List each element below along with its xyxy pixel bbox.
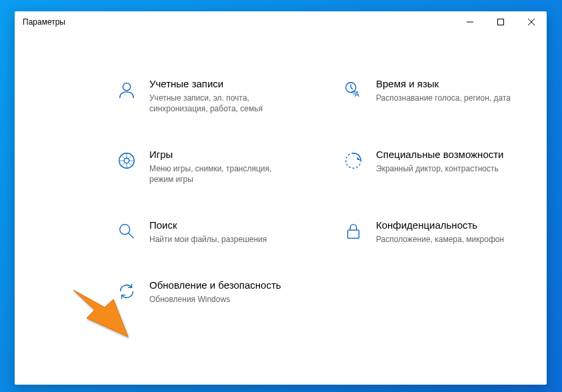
tile-title: Поиск bbox=[149, 219, 267, 232]
update-security-icon bbox=[116, 281, 137, 302]
tile-text: Учетные записи Учетные записи, эл. почта… bbox=[149, 78, 289, 114]
settings-content: Учетные записи Учетные записи, эл. почта… bbox=[15, 51, 547, 385]
svg-rect-0 bbox=[498, 19, 504, 25]
maximize-button[interactable] bbox=[485, 11, 516, 33]
minimize-icon bbox=[467, 19, 473, 25]
minimize-button[interactable] bbox=[455, 11, 485, 33]
tile-title: Учетные записи bbox=[149, 78, 289, 91]
tile-time-language[interactable]: A字 Время и язык Распознавание голоса, ре… bbox=[343, 78, 516, 114]
svg-text:字: 字 bbox=[351, 90, 357, 96]
tile-text: Время и язык Распознавание голоса, регио… bbox=[376, 78, 511, 103]
tile-desc: Распознавание голоса, регион, дата bbox=[376, 93, 511, 103]
time-language-icon: A字 bbox=[343, 79, 364, 101]
svg-point-1 bbox=[123, 83, 130, 91]
tile-title: Игры bbox=[149, 149, 289, 161]
tile-desc: Экранный диктор, контрастность bbox=[376, 163, 504, 174]
tile-update-security[interactable]: Обновление и безопасность Обновления Win… bbox=[116, 279, 289, 305]
tile-ease-of-access[interactable]: Специальные возможности Экранный диктор,… bbox=[343, 149, 516, 185]
tile-title: Специальные возможности bbox=[376, 149, 504, 161]
svg-point-7 bbox=[120, 225, 130, 235]
tile-text: Поиск Найти мои файлы, разрешения bbox=[149, 219, 267, 245]
ease-of-access-icon bbox=[343, 150, 364, 171]
tile-desc: Меню игры, снимки, трансляция, режим игр… bbox=[149, 163, 289, 185]
svg-rect-8 bbox=[348, 230, 359, 238]
settings-grid: Учетные записи Учетные записи, эл. почта… bbox=[116, 78, 562, 305]
titlebar: Параметры bbox=[15, 11, 547, 33]
tile-text: Специальные возможности Экранный диктор,… bbox=[376, 149, 504, 174]
tile-search[interactable]: Поиск Найти мои файлы, разрешения bbox=[116, 219, 289, 245]
tile-accounts[interactable]: Учетные записи Учетные записи, эл. почта… bbox=[116, 78, 289, 114]
tile-desc: Обновления Windows bbox=[149, 294, 281, 305]
tile-text: Игры Меню игры, снимки, трансляция, режи… bbox=[149, 149, 289, 185]
search-icon bbox=[116, 221, 137, 242]
window-controls bbox=[455, 11, 547, 33]
tile-desc: Расположение, камера, микрофон bbox=[376, 234, 504, 245]
tile-text: Обновление и безопасность Обновления Win… bbox=[149, 279, 281, 305]
tile-desc: Учетные записи, эл. почта, синхронизация… bbox=[149, 93, 289, 114]
privacy-icon bbox=[343, 221, 364, 242]
maximize-icon bbox=[497, 19, 504, 25]
accounts-icon bbox=[116, 79, 137, 101]
tile-gaming[interactable]: Игры Меню игры, снимки, трансляция, режи… bbox=[116, 149, 289, 185]
settings-window: Параметры Учетные записи Учетные записи,… bbox=[15, 11, 547, 385]
tile-desc: Найти мои файлы, разрешения bbox=[149, 234, 267, 245]
tile-title: Обновление и безопасность bbox=[149, 279, 281, 292]
window-title: Параметры bbox=[23, 17, 65, 27]
gaming-icon bbox=[116, 150, 137, 171]
tile-title: Конфиденциальность bbox=[376, 219, 504, 232]
svg-point-6 bbox=[124, 158, 129, 163]
tile-text: Конфиденциальность Расположение, камера,… bbox=[376, 219, 504, 245]
close-button[interactable] bbox=[516, 11, 547, 33]
tile-privacy[interactable]: Конфиденциальность Расположение, камера,… bbox=[343, 219, 516, 245]
tile-title: Время и язык bbox=[376, 78, 511, 91]
close-icon bbox=[528, 19, 535, 25]
